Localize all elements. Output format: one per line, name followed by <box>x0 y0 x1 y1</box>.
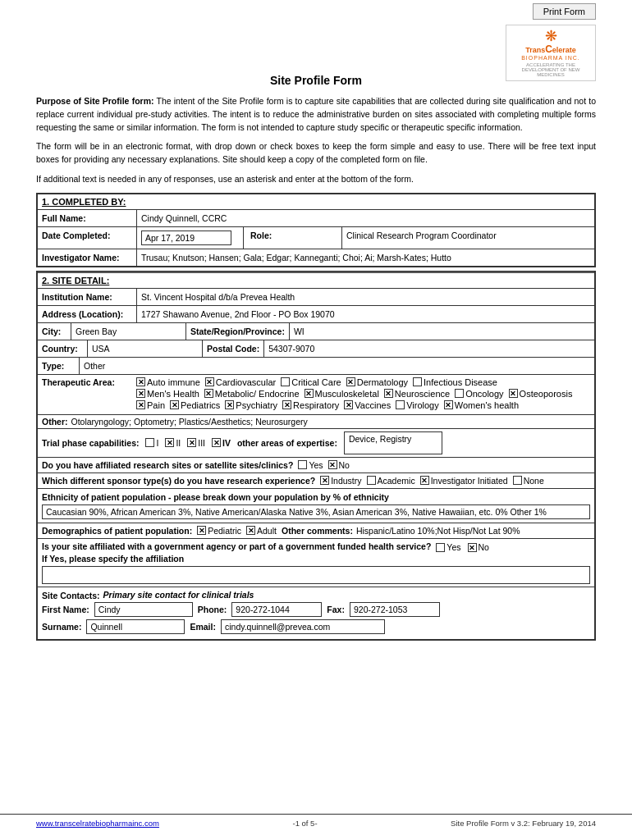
ta-dermatology-label: Dermatology <box>357 377 408 387</box>
ta-dermatology-checkbox[interactable] <box>346 377 355 386</box>
surname-label: Surname: <box>42 622 81 632</box>
footer-website[interactable]: www.transcelratebiopharmainc.com <box>36 819 159 828</box>
demo-adult-checkbox[interactable] <box>246 526 255 535</box>
ethnicity-value: Caucasian 90%, African American 3%, Nati… <box>42 504 590 519</box>
phase-II-label: II <box>176 438 181 448</box>
ethnicity-header: Ethnicity of patient population - please… <box>42 492 590 502</box>
sponsor-investigator-checkbox[interactable] <box>420 476 429 485</box>
section-2-header: 2. SITE DETAIL: <box>38 272 594 289</box>
date-role-row: Date Completed: Apr 17, 2019 Role: Clini… <box>38 227 594 249</box>
ta-vaccines-checkbox[interactable] <box>344 400 353 409</box>
logo-tagline: ACCELERATING THE DEVELOPMENT OF NEW MEDI… <box>513 62 588 77</box>
ta-neuroscience-checkbox[interactable] <box>384 389 393 398</box>
ta-mens-health-checkbox[interactable] <box>136 389 145 398</box>
ta-vaccines-label: Vaccines <box>355 400 391 410</box>
govt-no-checkbox[interactable] <box>468 543 477 552</box>
sponsor-academic: Academic <box>367 476 415 486</box>
ta-cardiovascular: Cardiovascular <box>205 377 276 387</box>
sponsor-academic-checkbox[interactable] <box>367 476 376 485</box>
demo-pediatric-checkbox[interactable] <box>197 526 206 535</box>
ta-womens-health-checkbox[interactable] <box>444 400 453 409</box>
institution-row: Institution Name: St. Vincent Hospital d… <box>38 289 594 306</box>
ta-metabolic-checkbox[interactable] <box>204 389 213 398</box>
demographics-label: Demographics of patient population: <box>42 526 192 536</box>
therapeutic-label: Therapeutic Area: <box>42 377 136 387</box>
state-value: WI <box>289 323 594 340</box>
trial-phase-label: Trial phase capabilities: <box>42 438 139 448</box>
ta-pediatrics: Pediatrics <box>170 400 220 410</box>
govt-yn: Yes No <box>436 542 489 552</box>
logo-name: TransCelerate <box>513 43 588 55</box>
type-row: Type: Other <box>38 358 594 375</box>
phase-IV: IV <box>212 438 231 448</box>
phase-III-checkbox[interactable] <box>187 438 196 447</box>
ta-neuroscience: Neuroscience <box>384 389 450 399</box>
other-comments-value: Hispanic/Latino 10%;Not Hisp/Not Lat 90% <box>356 526 520 536</box>
full-name-label: Full Name: <box>38 210 136 226</box>
phase-II-checkbox[interactable] <box>165 438 174 447</box>
govt-affil-input[interactable] <box>42 566 590 584</box>
other-comments: Other comments: Hispanic/Latino 10%;Not … <box>282 526 520 536</box>
date-input[interactable]: Apr 17, 2019 <box>141 231 231 245</box>
ta-row-2: Men's Health Metabolic/ Endocrine Muscul… <box>136 389 590 399</box>
full-name-row: Full Name: Cindy Quinnell, CCRC <box>38 210 594 227</box>
satellite-row: Do you have affiliated research sites or… <box>38 458 594 473</box>
ta-psychiatry: Psychiatry <box>225 400 277 410</box>
ta-auto-immune-label: Auto immune <box>147 377 200 387</box>
sponsor-industry: Industry <box>320 476 361 486</box>
sponsor-none: None <box>513 476 544 486</box>
ta-metabolic-label: Metabolic/ Endocrine <box>215 389 300 399</box>
ta-pediatrics-checkbox[interactable] <box>170 400 179 409</box>
govt-question-text: Is your site affiliated with a governmen… <box>42 541 431 551</box>
ta-infectious-disease-checkbox[interactable] <box>413 377 422 386</box>
sponsor-investigator-label: Investigator Initiated <box>431 476 508 486</box>
site-contacts-label: Site Contacts: <box>42 591 100 600</box>
surname-row: Surname: Quinnell Email: cindy.quinnell@… <box>42 619 590 634</box>
ta-osteoporosis-checkbox[interactable] <box>509 389 518 398</box>
govt-question-row: Is your site affiliated with a governmen… <box>42 541 590 554</box>
ta-musculoskeletal: Musculoskeletal <box>305 389 379 399</box>
ta-virology-checkbox[interactable] <box>396 400 405 409</box>
other-label: Other: <box>42 417 68 427</box>
phase-I-checkbox[interactable] <box>145 438 154 447</box>
print-form-button[interactable]: Print Form <box>533 3 596 20</box>
sponsor-industry-checkbox[interactable] <box>320 476 329 485</box>
sponsor-none-label: None <box>524 476 544 486</box>
logo-icon: ❋ <box>513 29 588 43</box>
satellite-no-checkbox[interactable] <box>328 460 337 469</box>
sponsor-none-checkbox[interactable] <box>513 476 522 485</box>
sponsor-industry-label: Industry <box>331 476 361 486</box>
email-label: Email: <box>190 622 216 632</box>
satellite-yes-checkbox[interactable] <box>298 460 307 469</box>
ta-row-3: Pain Pediatrics Psychiatry Respirat <box>136 400 590 410</box>
date-value: Apr 17, 2019 <box>136 227 243 249</box>
phase-II: II <box>165 438 181 448</box>
ta-cardiovascular-checkbox[interactable] <box>205 377 214 386</box>
investigator-row: Investigator Name: Trusau; Knutson; Hans… <box>38 249 594 266</box>
ta-cardiovascular-label: Cardiovascular <box>216 377 276 387</box>
phase-III-label: III <box>198 438 205 448</box>
ta-pain-checkbox[interactable] <box>136 400 145 409</box>
other-value: Otolaryngology; Optometry; Plastics/Aest… <box>71 417 308 427</box>
ta-oncology-checkbox[interactable] <box>455 389 464 398</box>
phase-I: I <box>145 438 158 448</box>
ta-respiratory-checkbox[interactable] <box>282 400 291 409</box>
ta-infectious-disease: Infectious Disease <box>413 377 497 387</box>
ta-pain: Pain <box>136 400 165 410</box>
type-value: Other <box>79 358 594 374</box>
ta-critical-care: Critical Care <box>281 377 341 387</box>
ta-psychiatry-checkbox[interactable] <box>225 400 234 409</box>
demo-adult: Adult <box>246 526 277 536</box>
country-label: Country: <box>38 340 87 357</box>
ta-critical-care-checkbox[interactable] <box>281 377 290 386</box>
city-state-row: City: Green Bay State/Region/Province: W… <box>38 323 594 340</box>
ta-musculoskeletal-checkbox[interactable] <box>305 389 314 398</box>
ta-neuroscience-label: Neuroscience <box>395 389 450 399</box>
logo-box: ❋ TransCelerate BIOPHARMA INC. ACCELERAT… <box>506 25 596 81</box>
govt-yes-checkbox[interactable] <box>436 543 445 552</box>
phase-IV-checkbox[interactable] <box>212 438 221 447</box>
ta-respiratory-label: Respiratory <box>293 400 339 410</box>
govt-row: Is your site affiliated with a governmen… <box>38 539 594 587</box>
ta-auto-immune-checkbox[interactable] <box>136 377 145 386</box>
footer-page: -1 of 5- <box>292 819 317 828</box>
